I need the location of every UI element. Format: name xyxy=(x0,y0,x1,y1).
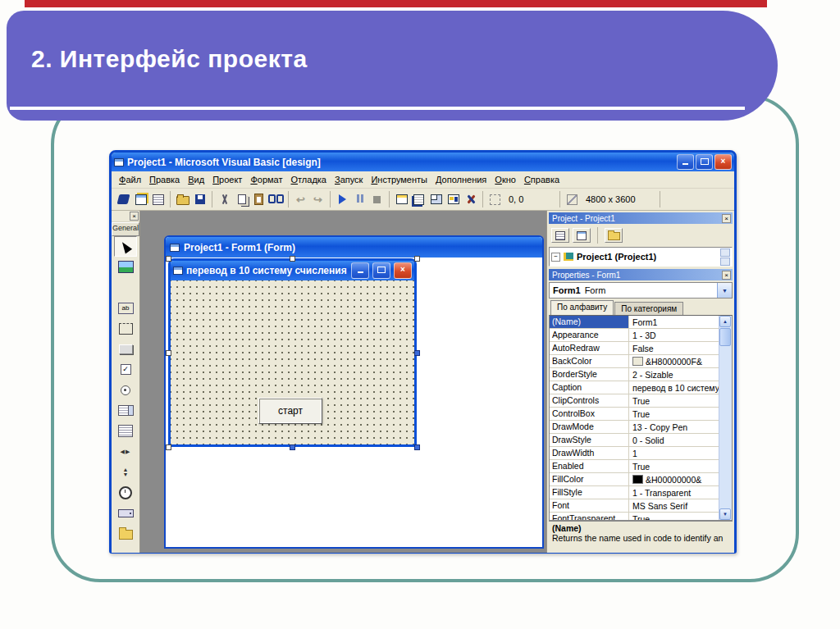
menu-item-10[interactable]: Окно xyxy=(491,173,520,186)
scroll-up-icon[interactable]: ▲ xyxy=(719,316,731,327)
menu-item-5[interactable]: Формат xyxy=(246,173,286,186)
scroll-down-icon[interactable]: ▼ xyxy=(719,508,731,520)
grid-scrollbar[interactable]: ▲ ▼ xyxy=(719,316,732,520)
tool-listbox[interactable] xyxy=(114,421,137,441)
menu-item-4[interactable]: Проект xyxy=(208,173,246,186)
resize-handle-bottom-center[interactable] xyxy=(290,444,295,450)
tool-optionbutton[interactable] xyxy=(114,380,137,400)
undo-icon[interactable]: ↩ xyxy=(292,191,309,207)
property-value: 0 - Solid xyxy=(629,434,732,446)
tool-frame[interactable] xyxy=(114,318,137,339)
vb-titlebar[interactable]: Project1 - Microsoft Visual Basic [desig… xyxy=(112,153,734,171)
close-button[interactable]: × xyxy=(714,154,732,170)
property-row-fillcolor[interactable]: FillColor&H00000000& xyxy=(550,473,732,486)
form-add-icon[interactable] xyxy=(132,191,149,207)
resize-handle-bottom-right[interactable] xyxy=(414,444,420,450)
project-close-icon[interactable]: × xyxy=(722,214,731,223)
properties-window-icon[interactable] xyxy=(410,191,427,207)
project-add-icon[interactable] xyxy=(115,191,132,207)
resize-handle-right[interactable] xyxy=(414,350,420,356)
break-icon[interactable] xyxy=(351,191,368,207)
paste-icon[interactable] xyxy=(250,191,267,207)
toggle-folders-button[interactable] xyxy=(605,228,623,243)
toolbox-close-icon[interactable]: × xyxy=(130,212,139,221)
scrollbar-thumb[interactable] xyxy=(719,328,731,346)
tool-checkbox[interactable] xyxy=(114,359,137,380)
object-browser-icon[interactable] xyxy=(445,191,462,207)
open-icon[interactable] xyxy=(174,191,191,207)
property-row-drawstyle[interactable]: DrawStyle0 - Solid xyxy=(550,434,732,447)
redo-icon[interactable]: ↪ xyxy=(309,191,326,207)
property-row-autoredraw[interactable]: AutoRedrawFalse xyxy=(550,342,732,355)
designed-form[interactable]: перевод в 10 систему счисления × старт xyxy=(168,258,417,447)
tree-item-project1[interactable]: Project1 (Project1) xyxy=(577,252,717,262)
property-row-drawwidth[interactable]: DrawWidth1 xyxy=(550,447,732,460)
property-row-fonttransparent[interactable]: FontTransparentTrue xyxy=(550,513,732,521)
tree-collapse-icon[interactable]: − xyxy=(551,253,560,262)
form-layout-icon[interactable] xyxy=(427,191,445,207)
property-row-drawmode[interactable]: DrawMode13 - Copy Pen xyxy=(550,421,732,434)
maximize-button[interactable] xyxy=(696,154,713,170)
find-icon[interactable] xyxy=(267,191,285,207)
chevron-down-icon[interactable]: ▼ xyxy=(717,283,732,298)
property-row-fillstyle[interactable]: FillStyle1 - Transparent xyxy=(550,486,732,499)
tab-alphabetic[interactable]: По алфавиту xyxy=(550,300,614,315)
tool-drivelistbox[interactable] xyxy=(114,503,137,523)
save-icon[interactable] xyxy=(191,191,208,207)
property-name: FontTransparent xyxy=(550,513,629,521)
start-command-button[interactable]: старт xyxy=(258,398,322,424)
tool-combobox[interactable] xyxy=(114,400,137,421)
menu-item-7[interactable]: Запуск xyxy=(331,173,367,186)
menu-item-2[interactable]: Правка xyxy=(145,173,184,186)
minimize-button[interactable] xyxy=(677,154,694,170)
property-row-caption[interactable]: Captionперевод в 10 систему сч xyxy=(550,381,732,394)
tool-dirlistbox[interactable] xyxy=(114,523,137,544)
menu-item-11[interactable]: Справка xyxy=(520,173,564,186)
property-row-enabled[interactable]: EnabledTrue xyxy=(550,460,732,473)
menu-item-9[interactable]: Дополнения xyxy=(431,173,491,186)
property-row-backcolor[interactable]: BackColor&H8000000F& xyxy=(550,355,732,368)
property-row-name[interactable]: (Name)Form1 xyxy=(550,316,732,329)
tool-textbox[interactable] xyxy=(114,298,137,318)
view-code-button[interactable] xyxy=(551,228,569,243)
tool-hscrollbar[interactable] xyxy=(114,441,137,462)
property-row-borderstyle[interactable]: BorderStyle2 - Sizable xyxy=(550,368,732,381)
property-row-appearance[interactable]: Appearance1 - 3D xyxy=(550,329,732,342)
properties-window-titlebar[interactable]: Properties - Form1 × xyxy=(549,269,733,280)
menu-item-3[interactable]: Вид xyxy=(184,173,208,186)
object-selector-combo[interactable]: Form1 Form ▼ xyxy=(549,282,733,299)
position-tool-icon[interactable] xyxy=(486,191,504,207)
property-row-font[interactable]: FontMS Sans Serif xyxy=(550,499,732,513)
tool-timer[interactable] xyxy=(114,482,137,503)
cut-icon[interactable] xyxy=(216,191,233,207)
tool-commandbutton[interactable] xyxy=(114,339,137,359)
tool-picturebox[interactable] xyxy=(114,257,137,277)
copy-icon[interactable] xyxy=(233,191,250,207)
designer-titlebar[interactable]: Project1 - Form1 (Form) xyxy=(166,237,542,258)
tree-scrollbar[interactable] xyxy=(720,248,730,266)
project-window-titlebar[interactable]: Project - Project1 × xyxy=(549,212,733,224)
menu-item-1[interactable]: Файл xyxy=(115,173,145,186)
dirlistbox-icon xyxy=(119,530,133,540)
view-object-button[interactable] xyxy=(573,228,591,243)
picturebox-icon xyxy=(118,261,134,273)
tab-categorized[interactable]: По категориям xyxy=(614,302,683,315)
end-icon[interactable] xyxy=(368,191,386,207)
form-grid-surface[interactable]: старт xyxy=(171,280,414,444)
toolbox-icon[interactable] xyxy=(462,191,479,207)
property-value: Form1 xyxy=(629,316,732,328)
property-row-clipcontrols[interactable]: ClipControlsTrue xyxy=(550,394,732,408)
start-icon[interactable] xyxy=(334,191,351,207)
size-tool-icon[interactable] xyxy=(564,191,581,207)
slide-title-band: 2. Интерфейс проекта xyxy=(7,11,778,121)
toolbox-tab-general[interactable]: General xyxy=(112,222,139,236)
menu-editor-icon[interactable] xyxy=(149,191,167,207)
tool-label[interactable] xyxy=(114,277,137,298)
tool-vscrollbar[interactable] xyxy=(114,462,137,482)
property-row-controlbox[interactable]: ControlBoxTrue xyxy=(550,408,732,421)
tool-pointer[interactable] xyxy=(114,236,137,257)
project-explorer-icon[interactable] xyxy=(393,191,410,207)
menu-item-6[interactable]: Отладка xyxy=(286,173,331,186)
properties-close-icon[interactable]: × xyxy=(722,271,731,280)
menu-item-8[interactable]: Инструменты xyxy=(367,173,431,186)
